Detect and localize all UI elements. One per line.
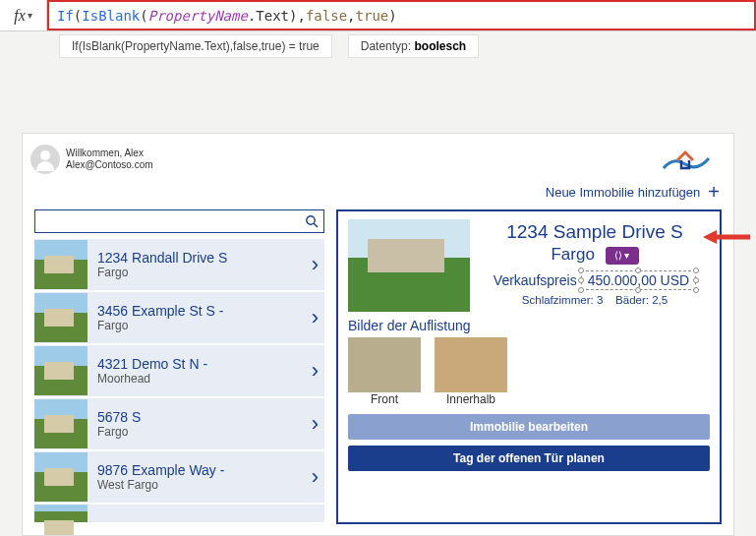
chevron-right-icon[interactable]: ›: [312, 252, 319, 277]
gallery-item[interactable]: 9876 Example Way - West Fargo ›: [34, 451, 324, 505]
gallery-item-title: 9876 Example Way -: [97, 462, 302, 478]
plus-icon[interactable]: +: [708, 181, 720, 204]
app-logo: [651, 142, 720, 177]
property-thumb: [34, 399, 87, 448]
gallery-item-sub: Moorhead: [97, 372, 302, 386]
formula-eval-result: If(IsBlank(PropertyName.Text),false,true…: [59, 34, 332, 58]
gallery-item[interactable]: [34, 505, 324, 524]
gallery-item-title: 5678 S: [97, 409, 302, 425]
baths-value: 2,5: [652, 294, 668, 306]
chevron-right-icon[interactable]: ›: [312, 411, 319, 437]
baths-label: Bäder:: [615, 294, 649, 306]
listing-image-inside[interactable]: [435, 337, 507, 392]
property-main-image: [348, 219, 470, 312]
image-caption-inside: Innerhalb: [435, 392, 507, 406]
gallery-item[interactable]: 4321 Demo St N - Moorhead ›: [34, 345, 324, 398]
beds-label: Schlafzimmer:: [522, 294, 594, 306]
listing-image-front[interactable]: [348, 337, 421, 392]
gallery-item-title: 3456 Example St S -: [97, 303, 302, 319]
fx-label[interactable]: fx ▾: [0, 0, 47, 30]
gallery-item-sub: West Fargo: [97, 478, 302, 492]
property-thumb: [34, 240, 87, 289]
gallery-item-sub: Fargo: [97, 425, 302, 439]
formula-datatype: Datentyp: boolesch: [348, 34, 479, 58]
avatar: [30, 145, 60, 174]
svg-point-0: [307, 216, 315, 224]
svg-line-1: [314, 223, 318, 227]
property-detail-panel: 1234 Sample Drive S Fargo ⟨⟩ ▾ Verkaufsp…: [336, 209, 722, 524]
property-gallery: 1234 Randall Drive S Fargo › 3456 Exampl…: [34, 209, 324, 524]
chevron-right-icon[interactable]: ›: [312, 358, 319, 384]
welcome-text: Willkommen, Alex: [66, 148, 153, 159]
gallery-item-title: 4321 Demo St N -: [97, 356, 302, 372]
chevron-right-icon[interactable]: ›: [312, 464, 319, 490]
property-thumb: [34, 293, 87, 342]
gallery-item-sub: Fargo: [97, 319, 302, 332]
price-value-selected[interactable]: 450.000,00 USD: [581, 270, 697, 290]
app-canvas: Willkommen, Alex Alex@Contoso.com Neue I…: [22, 133, 734, 536]
fx-text: fx: [14, 7, 26, 25]
property-thumb: [34, 505, 87, 522]
edit-property-button[interactable]: Immobilie bearbeiten: [348, 414, 710, 440]
search-box[interactable]: [34, 209, 324, 233]
gallery-item[interactable]: 5678 S Fargo ›: [34, 398, 324, 451]
price-label: Verkaufspreis: [494, 272, 577, 288]
detail-title: 1234 Sample Drive S: [480, 221, 710, 243]
property-thumb: [34, 346, 87, 395]
chevron-right-icon[interactable]: ›: [312, 305, 319, 330]
gallery-item-title: 1234 Randall Drive S: [97, 250, 302, 266]
chevron-down-icon: ▾: [28, 10, 32, 21]
search-icon[interactable]: [300, 210, 323, 232]
beds-value: 3: [597, 294, 603, 306]
powerapps-icon[interactable]: ⟨⟩ ▾: [606, 247, 639, 265]
formula-input[interactable]: If(IsBlank(PropertyName.Text),false,true…: [47, 0, 756, 30]
property-thumb: [34, 452, 87, 502]
gallery-item[interactable]: 3456 Example St S - Fargo ›: [34, 292, 324, 345]
user-email: Alex@Contoso.com: [66, 159, 153, 171]
gallery-item-sub: Fargo: [97, 266, 302, 279]
add-property-label[interactable]: Neue Immobilie hinzufügen: [546, 185, 701, 200]
plan-openhouse-button[interactable]: Tag der offenen Tür planen: [348, 446, 710, 471]
search-input[interactable]: [35, 210, 300, 232]
image-caption-front: Front: [348, 392, 421, 406]
gallery-item[interactable]: 1234 Randall Drive S Fargo ›: [34, 239, 324, 292]
detail-subtitle: Fargo: [551, 245, 594, 264]
images-label: Bilder der Auflistung: [348, 318, 710, 333]
